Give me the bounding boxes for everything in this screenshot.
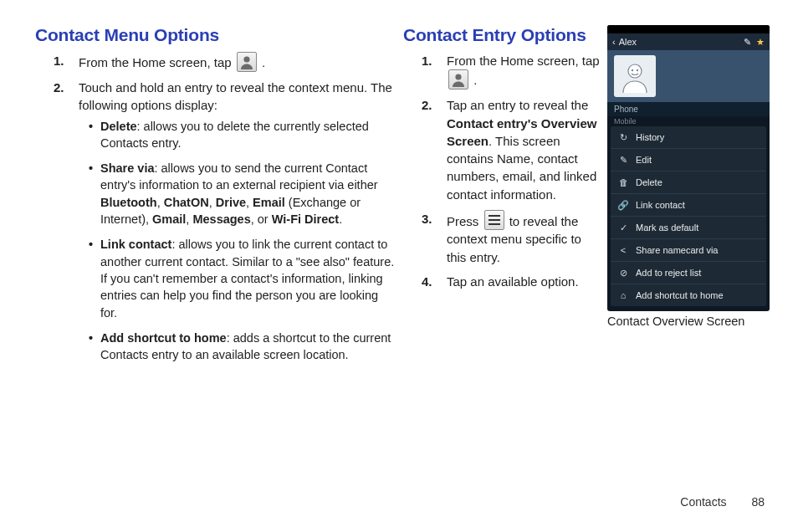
bullet-delete: Delete: allows you to delete the current… [90, 118, 395, 152]
menu-item-delete[interactable]: 🗑Delete [611, 171, 766, 194]
step-text: Touch and hold an entry to reveal the co… [79, 80, 392, 112]
svg-point-2 [628, 64, 642, 78]
phone-mobile-label: Mobile [607, 116, 770, 125]
bold-messages: Messages [192, 212, 250, 226]
menu-item-edit[interactable]: ✎Edit [611, 149, 766, 171]
footer-section: Contacts [680, 495, 726, 509]
menu-label: Edit [636, 155, 652, 165]
heading-contact-menu-options: Contact Menu Options [35, 25, 395, 45]
bold-gmail: Gmail [152, 212, 186, 226]
menu-item-link-contact[interactable]: 🔗Link contact [611, 194, 766, 217]
svg-point-1 [455, 74, 461, 80]
step-text: From the Home screen, tap [447, 54, 600, 68]
menu-item-add-shortcut[interactable]: ⌂Add shortcut to home [611, 284, 766, 306]
step-text: . [262, 55, 265, 69]
phone-avatar-row [607, 50, 770, 102]
home-icon: ⌂ [617, 289, 629, 301]
check-icon: ✓ [617, 222, 629, 233]
menu-label: Mark as default [636, 223, 698, 233]
right-column: Contact Entry Options From the Home scre… [403, 25, 773, 532]
left-bullets: Delete: allows you to delete the current… [79, 118, 395, 364]
right-step-4: Tap an available option. [422, 273, 602, 290]
bullet-label: Link contact [100, 238, 171, 251]
bullet-label: Share via [100, 161, 155, 175]
trash-icon: 🗑 [617, 176, 629, 188]
bullet-link-contact: Link contact: allows you to link the cur… [90, 236, 395, 320]
bullet-add-shortcut: Add shortcut to home: adds a shortcut to… [90, 330, 395, 364]
left-steps: From the Home screen, tap . Touch and ho… [35, 52, 395, 371]
heading-contact-entry-options: Contact Entry Options [403, 25, 602, 45]
svg-point-0 [243, 56, 249, 62]
bold-email: Email [253, 196, 285, 209]
bold-bluetooth: Bluetooth [100, 196, 157, 209]
bold-chaton: ChatON [164, 196, 209, 209]
menu-label: History [636, 132, 664, 142]
favorite-star-icon[interactable]: ★ [756, 37, 765, 48]
share-icon: < [617, 244, 629, 256]
menu-label: Add shortcut to home [636, 290, 724, 300]
phone-status-bar [607, 25, 770, 33]
avatar [614, 55, 656, 97]
left-step-1: From the Home screen, tap . [54, 52, 395, 72]
step-text: Press [447, 214, 478, 228]
bullet-text: : allows you to delete the currently sel… [100, 120, 369, 150]
step-text: . [473, 73, 477, 87]
step-text: Tap an available option. [447, 274, 579, 289]
right-step-3: Press to reveal the context menu specifi… [422, 210, 602, 266]
phone-caption: Contact Overview Screen [607, 315, 770, 328]
bullet-label: Add shortcut to home [100, 331, 227, 345]
menu-item-add-reject[interactable]: ⊘Add to reject list [611, 262, 766, 284]
left-column: Contact Menu Options From the Home scree… [35, 25, 395, 532]
menu-item-mark-default[interactable]: ✓Mark as default [611, 217, 766, 239]
bold-wifi-direct: Wi-Fi Direct [272, 212, 339, 226]
menu-icon [484, 210, 504, 230]
right-step-2: Tap an entry to reveal the Contact entry… [422, 96, 602, 203]
step-text: From the Home screen, tap [79, 55, 232, 69]
back-icon[interactable]: ‹ [612, 37, 616, 47]
bullet-label: Delete [100, 120, 137, 133]
menu-label: Share namecard via [636, 245, 718, 255]
step-text: Tap an entry to reveal the [447, 98, 588, 112]
edit-pencil-icon[interactable]: ✎ [744, 37, 751, 48]
contacts-icon [448, 69, 468, 90]
page: Contact Menu Options From the Home scree… [0, 0, 798, 532]
footer-page-number: 88 [751, 495, 765, 509]
bullet-share-via: Share via: allows you to send the curren… [90, 160, 395, 228]
svg-point-4 [637, 69, 638, 71]
contact-name: Alex [619, 37, 637, 47]
contacts-icon [237, 52, 257, 72]
page-footer: Contacts 88 [680, 495, 765, 509]
pencil-icon: ✎ [617, 154, 629, 166]
menu-label: Add to reject list [636, 268, 701, 278]
right-steps: From the Home screen, tap . Tap an entry… [403, 52, 602, 297]
history-icon: ↻ [617, 131, 629, 143]
phone-section-phone: Phone [607, 102, 770, 116]
phone-figure: ‹ Alex ✎ ★ Phone Mobile ↻History [607, 25, 770, 532]
left-step-2: Touch and hold an entry to reveal the co… [54, 79, 395, 363]
bold-drive: Drive [216, 196, 246, 209]
menu-item-share-namecard[interactable]: <Share namecard via [611, 239, 766, 262]
menu-label: Link contact [636, 200, 685, 210]
phone-title-bar: ‹ Alex ✎ ★ [607, 33, 770, 50]
link-icon: 🔗 [617, 199, 629, 211]
svg-point-3 [632, 69, 633, 71]
menu-item-history[interactable]: ↻History [611, 126, 766, 149]
right-step-1: From the Home screen, tap . [422, 52, 602, 90]
phone-frame: ‹ Alex ✎ ★ Phone Mobile ↻History [607, 25, 770, 311]
menu-label: Delete [636, 177, 662, 187]
reject-icon: ⊘ [617, 267, 629, 279]
phone-context-menu: ↻History ✎Edit 🗑Delete 🔗Link contact ✓Ma… [611, 126, 766, 306]
